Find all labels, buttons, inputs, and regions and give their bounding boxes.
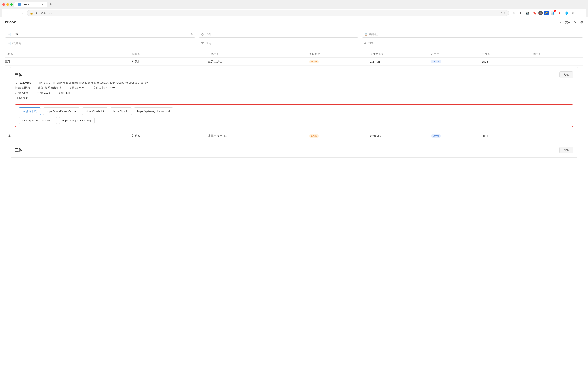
active-tab[interactable]: z zBook ✕ bbox=[14, 2, 47, 7]
tab-favicon: z bbox=[18, 3, 20, 6]
pages-label: 页数: bbox=[58, 91, 64, 95]
copy-icon[interactable]: 📋 bbox=[52, 82, 56, 84]
isbn-label: ISBN: bbox=[15, 96, 22, 100]
extension2-icon[interactable]: 📊 1 bbox=[550, 10, 556, 16]
results-table: 书名 ⇅ 作者 ⇅ 出版社 ⇅ 扩展名 ▽ 文件大小 ⇅ 语言 ▽ bbox=[0, 51, 588, 158]
settings-icon[interactable]: ⚙ bbox=[580, 20, 583, 24]
size-label: 文件大小: bbox=[93, 86, 105, 90]
year-header[interactable]: 年份 bbox=[482, 52, 487, 56]
ext-search-input[interactable] bbox=[12, 42, 193, 45]
pages-sort-icon[interactable]: ⇅ bbox=[539, 53, 540, 55]
table-row[interactable]: 三体 刘慈欣 重庆出版社 epub 1.27 MB Other 2018 bbox=[5, 58, 583, 66]
isbn-icon: # bbox=[364, 42, 366, 45]
ext-header[interactable]: 扩展名 bbox=[309, 52, 317, 56]
publisher-search-input[interactable] bbox=[369, 33, 580, 36]
author-icon: ◎ bbox=[201, 33, 204, 36]
app-logo: zBook bbox=[5, 20, 559, 24]
lang-value: Other bbox=[22, 91, 29, 95]
star-icon[interactable]: ☆ bbox=[503, 11, 506, 15]
download-link-1[interactable]: https://cloudflare-ipfs.com bbox=[43, 107, 80, 115]
row1-author: 刘慈欣 bbox=[132, 60, 140, 63]
clear-icon[interactable]: ⊙ bbox=[190, 33, 193, 36]
size-sort-icon[interactable]: ⇅ bbox=[381, 53, 383, 55]
pocket-icon[interactable]: ♥ bbox=[557, 10, 562, 16]
maximize-button[interactable] bbox=[10, 3, 13, 6]
row2-size: 2.28 MB bbox=[370, 134, 381, 138]
address-bar[interactable]: 🔒 https://zbook.lol ✓ ☆ bbox=[27, 10, 509, 16]
row1-publisher: 重庆出版社 bbox=[208, 60, 222, 63]
download-link-3[interactable]: https://ipfs.io bbox=[110, 107, 132, 115]
new-tab-button[interactable]: + bbox=[48, 2, 53, 7]
send-icon[interactable]: ✈ bbox=[559, 20, 561, 24]
vpn-icon[interactable]: 🌐 bbox=[564, 10, 569, 16]
table-row[interactable]: 三体 刘慈欣 蓝星出版社_11 epub 2.28 MB Other 2011 bbox=[5, 132, 583, 140]
isbn-search-wrap: # bbox=[362, 40, 583, 47]
copilot-icon[interactable]: 🤖 bbox=[538, 11, 543, 15]
lock-icon: 🔒 bbox=[30, 12, 33, 15]
isbn-value: 未知 bbox=[23, 96, 28, 100]
isbn-search-input[interactable] bbox=[368, 42, 580, 45]
screenshot-icon[interactable]: 📷 bbox=[525, 10, 530, 16]
extensions-icon[interactable]: ⚙ bbox=[511, 10, 516, 16]
row2-year: 2011 bbox=[482, 134, 488, 138]
publisher-sort-icon[interactable]: ⇅ bbox=[217, 53, 218, 55]
row1-size: 1.27 MB bbox=[370, 60, 381, 63]
tab-close-button[interactable]: ✕ bbox=[42, 3, 44, 6]
row1-lang-badge: Other bbox=[431, 60, 441, 63]
bookmark-icon[interactable]: 🔖 bbox=[531, 10, 537, 16]
pages-header[interactable]: 页数 bbox=[532, 52, 538, 56]
preview-button[interactable]: 预览 bbox=[559, 72, 573, 78]
ext-value: epub bbox=[79, 86, 85, 90]
download-section: ⬇ 竞速下载 https://cloudflare-ipfs.com https… bbox=[15, 104, 573, 127]
minimize-button[interactable] bbox=[6, 3, 9, 6]
tab-title: zBook bbox=[22, 3, 29, 6]
forward-button[interactable]: › bbox=[12, 10, 18, 16]
row2-ext-badge: epub bbox=[309, 134, 319, 138]
row2-author: 刘慈欣 bbox=[132, 134, 140, 138]
pages-value: 未知 bbox=[65, 91, 71, 95]
close-button[interactable] bbox=[2, 3, 5, 6]
lang-filter-icon[interactable]: ▽ bbox=[437, 53, 439, 55]
download-icon[interactable]: ⬇ bbox=[518, 10, 523, 16]
publisher-header[interactable]: 出版社 bbox=[208, 52, 216, 56]
ext-filter-icon[interactable]: ▽ bbox=[318, 53, 320, 55]
book-search-input[interactable] bbox=[12, 33, 189, 36]
size-value: 1.27 MB bbox=[106, 86, 116, 90]
lang-search-input[interactable] bbox=[206, 42, 356, 45]
title-sort-icon[interactable]: ⇅ bbox=[11, 53, 13, 55]
search-section: 📄 ⊙ ◎ 📋 📄 文 bbox=[0, 28, 588, 51]
menu-button[interactable]: ☰ bbox=[578, 10, 583, 16]
download-link-2[interactable]: https://dweb.link bbox=[82, 107, 108, 115]
second-preview-button[interactable]: 预览 bbox=[559, 147, 573, 153]
translate-icon[interactable]: 文A bbox=[565, 20, 570, 24]
ext-search-wrap: 📄 bbox=[5, 40, 195, 47]
row1-year: 2018 bbox=[482, 60, 488, 63]
more-tools-button[interactable]: >> bbox=[570, 10, 576, 16]
year-value: 2018 bbox=[44, 91, 50, 95]
title-header[interactable]: 书名 bbox=[5, 52, 10, 56]
reload-button[interactable]: ↻ bbox=[19, 10, 25, 16]
year-sort-icon[interactable]: ⇅ bbox=[488, 53, 490, 55]
download-link-6[interactable]: https://ipfs.joaoleitao.org bbox=[59, 117, 95, 124]
download-link-4[interactable]: https://gateway.pinata.cloud bbox=[134, 107, 173, 115]
row2-title: 三体 bbox=[5, 134, 10, 138]
brightness-icon[interactable]: ☀ bbox=[574, 20, 577, 24]
author-sort-icon[interactable]: ⇅ bbox=[138, 53, 140, 55]
row1-ext-badge: epub bbox=[309, 60, 319, 63]
second-detail-panel: 三体 预览 bbox=[10, 143, 578, 158]
lang-header[interactable]: 语言 bbox=[431, 52, 436, 56]
author-header[interactable]: 作者 bbox=[132, 52, 137, 56]
author-search-input[interactable] bbox=[205, 33, 356, 36]
ext-label: 扩展名: bbox=[69, 86, 78, 90]
ipfs-cid-value: bafykbzacea6pr5fsd66ibhyppyolt2ggix76wz4… bbox=[57, 82, 148, 84]
lang-label: 语言: bbox=[15, 91, 21, 95]
fast-download-button[interactable]: ⬇ 竞速下载 bbox=[19, 107, 41, 115]
back-button[interactable]: ‹ bbox=[5, 10, 10, 16]
detail-panel: 三体 预览 ID: 19200588 IPFS CID: 📋 bafykbzac… bbox=[10, 67, 578, 131]
size-header[interactable]: 文件大小 bbox=[370, 52, 381, 56]
second-detail-title: 三体 bbox=[15, 148, 22, 153]
publisher-icon: 📋 bbox=[364, 33, 368, 36]
download-link-5[interactable]: https://ipfs.best-practice.se bbox=[19, 117, 57, 124]
bitwarden-icon[interactable]: 🔑 bbox=[544, 11, 549, 15]
row2-lang-badge: Other bbox=[431, 134, 441, 138]
